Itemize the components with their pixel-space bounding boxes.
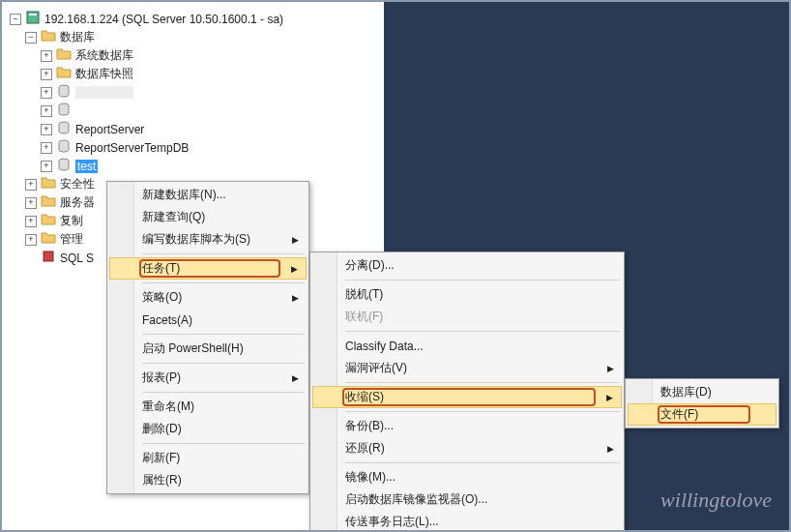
menu-mirror-monitor[interactable]: 启动数据库镜像监视器(O)... bbox=[312, 488, 622, 511]
expand-toggle[interactable]: + bbox=[41, 105, 52, 117]
menu-separator bbox=[142, 363, 305, 364]
tree-label bbox=[75, 86, 133, 99]
database-icon bbox=[56, 83, 75, 102]
folder-icon bbox=[41, 212, 60, 230]
tree-label: 服务器 bbox=[60, 194, 95, 211]
folder-icon bbox=[41, 28, 60, 46]
folder-icon bbox=[41, 230, 60, 249]
submenu-arrow-icon: ▶ bbox=[292, 293, 299, 303]
context-menu-main: 新建数据库(N)... 新建查询(Q) 编写数据库脚本为(S)▶ 任务(T)▶ … bbox=[106, 181, 309, 494]
menu-refresh[interactable]: 刷新(F) bbox=[109, 447, 307, 469]
menu-separator bbox=[142, 334, 305, 335]
svg-rect-1 bbox=[29, 14, 37, 15]
collapse-toggle[interactable]: − bbox=[25, 32, 37, 44]
folder-icon bbox=[56, 46, 75, 65]
database-icon bbox=[56, 120, 75, 138]
menu-powershell[interactable]: 启动 PowerShell(H) bbox=[109, 338, 307, 360]
database-icon bbox=[56, 157, 75, 175]
database-icon bbox=[56, 138, 75, 157]
tree-reportservertemp[interactable]: + ReportServerTempDB bbox=[10, 138, 377, 157]
context-menu-tasks: 分离(D)... 脱机(T) 联机(F) Classify Data... 漏洞… bbox=[309, 251, 625, 532]
folder-icon bbox=[56, 65, 75, 83]
menu-reports[interactable]: 报表(P)▶ bbox=[109, 367, 307, 389]
server-label: 192.168.1.224 (SQL Server 10.50.1600.1 -… bbox=[44, 13, 283, 26]
expand-toggle[interactable]: + bbox=[41, 69, 52, 80]
svg-rect-0 bbox=[27, 12, 39, 23]
submenu-arrow-icon: ▶ bbox=[292, 235, 299, 245]
menu-properties[interactable]: 属性(R) bbox=[109, 469, 307, 491]
menu-backup[interactable]: 备份(B)... bbox=[312, 415, 622, 437]
tree-db-blank2[interactable]: + bbox=[10, 102, 377, 120]
menu-new-query[interactable]: 新建查询(Q) bbox=[109, 206, 307, 228]
menu-classify[interactable]: Classify Data... bbox=[312, 335, 622, 357]
server-icon bbox=[25, 10, 44, 28]
menu-separator bbox=[345, 280, 620, 281]
submenu-arrow-icon: ▶ bbox=[606, 393, 613, 402]
menu-separator bbox=[345, 411, 620, 412]
tree-label: SQL S bbox=[60, 251, 94, 265]
svg-rect-7 bbox=[44, 251, 53, 261]
expand-toggle[interactable]: + bbox=[25, 234, 37, 246]
watermark: willingtolove bbox=[660, 488, 772, 513]
menu-separator bbox=[142, 443, 305, 444]
tree-label: 管理 bbox=[60, 231, 83, 248]
tree-label: 数据库快照 bbox=[75, 66, 133, 82]
menu-tasks[interactable]: 任务(T)▶ bbox=[109, 257, 307, 280]
menu-facets[interactable]: Facets(A) bbox=[109, 309, 307, 331]
menu-delete[interactable]: 删除(D) bbox=[109, 418, 307, 440]
collapse-toggle[interactable]: − bbox=[10, 14, 21, 25]
tree-label: 系统数据库 bbox=[75, 47, 133, 64]
expand-toggle[interactable]: + bbox=[41, 50, 52, 62]
agent-icon bbox=[41, 249, 60, 267]
expand-toggle[interactable]: + bbox=[25, 179, 37, 191]
submenu-arrow-icon: ▶ bbox=[292, 373, 299, 383]
tree-label: ReportServerTempDB bbox=[75, 141, 189, 155]
submenu-arrow-icon: ▶ bbox=[291, 264, 298, 274]
menu-mirror[interactable]: 镜像(M)... bbox=[312, 466, 622, 488]
menu-shrink-database[interactable]: 数据库(D) bbox=[628, 381, 776, 403]
submenu-arrow-icon: ▶ bbox=[607, 444, 614, 454]
folder-icon bbox=[41, 175, 60, 193]
folder-icon bbox=[41, 193, 60, 212]
tree-label: ReportServer bbox=[75, 123, 144, 136]
menu-separator bbox=[142, 282, 305, 283]
expand-toggle[interactable]: + bbox=[25, 216, 37, 227]
menu-separator bbox=[345, 382, 620, 383]
menu-separator bbox=[345, 331, 620, 332]
tree-label: 复制 bbox=[60, 213, 83, 229]
tree-test-db[interactable]: + test bbox=[10, 157, 377, 175]
expand-toggle[interactable]: + bbox=[41, 87, 52, 99]
menu-separator bbox=[345, 462, 620, 463]
expand-toggle[interactable]: + bbox=[41, 161, 52, 172]
menu-policies[interactable]: 策略(O)▶ bbox=[109, 286, 307, 309]
tree-databases[interactable]: − 数据库 bbox=[10, 28, 377, 46]
tree-snapshots[interactable]: + 数据库快照 bbox=[10, 65, 377, 83]
menu-new-db[interactable]: 新建数据库(N)... bbox=[109, 184, 307, 206]
menu-rename[interactable]: 重命名(M) bbox=[109, 396, 307, 418]
tree-sys-db[interactable]: + 系统数据库 bbox=[10, 46, 377, 65]
database-icon bbox=[56, 102, 75, 120]
tree-label-selected: test bbox=[75, 160, 98, 173]
menu-separator bbox=[142, 253, 305, 254]
menu-vuln[interactable]: 漏洞评估(V)▶ bbox=[312, 357, 622, 379]
menu-ship-log[interactable]: 传送事务日志(L)... bbox=[312, 511, 622, 532]
expand-toggle[interactable]: + bbox=[41, 142, 52, 154]
tree-reportserver[interactable]: + ReportServer bbox=[10, 120, 377, 138]
menu-restore[interactable]: 还原(R)▶ bbox=[312, 437, 622, 459]
tree-label: 数据库 bbox=[60, 29, 95, 45]
context-menu-shrink: 数据库(D) 文件(F) bbox=[625, 378, 779, 429]
expand-toggle[interactable]: + bbox=[25, 197, 37, 209]
tree-server-root[interactable]: − 192.168.1.224 (SQL Server 10.50.1600.1… bbox=[10, 10, 377, 28]
menu-separator bbox=[142, 392, 305, 393]
tree-label: 安全性 bbox=[60, 176, 95, 192]
menu-shrink[interactable]: 收缩(S)▶ bbox=[312, 386, 622, 408]
menu-script-db[interactable]: 编写数据库脚本为(S)▶ bbox=[109, 228, 307, 251]
expand-toggle[interactable]: + bbox=[41, 124, 52, 135]
menu-online: 联机(F) bbox=[312, 306, 622, 328]
tree-db-blank[interactable]: + bbox=[10, 83, 377, 102]
menu-shrink-file[interactable]: 文件(F) bbox=[628, 403, 776, 426]
menu-offline[interactable]: 脱机(T) bbox=[312, 283, 622, 306]
submenu-arrow-icon: ▶ bbox=[607, 364, 614, 373]
menu-detach[interactable]: 分离(D)... bbox=[312, 254, 622, 277]
